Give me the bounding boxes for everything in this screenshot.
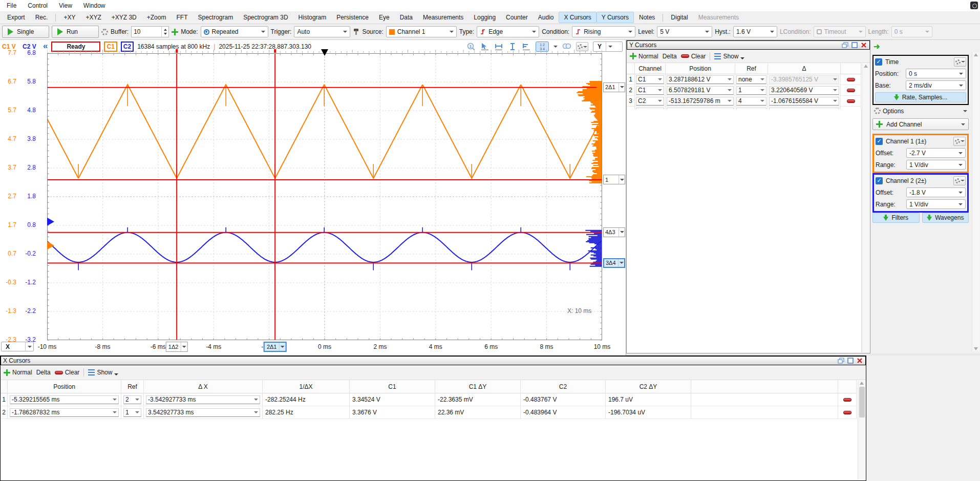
x-axis-select[interactable]: X — [1, 342, 34, 351]
clock-icon[interactable] — [970, 2, 978, 9]
hysteresis-select[interactable]: 1.6 V — [733, 26, 777, 37]
expand-right-icon[interactable]: ➜ — [874, 42, 880, 51]
time-checkbox[interactable]: ✓ — [875, 58, 882, 66]
delta-x-select[interactable]: 3.542927733 ms — [146, 408, 260, 417]
view-spectrogram3d[interactable]: Spectrogram 3D — [238, 12, 293, 23]
scrollbar[interactable] — [858, 381, 865, 480]
view-spectrogram[interactable]: Spectrogram — [193, 12, 238, 23]
view-tab-y-cursors[interactable]: Y Cursors — [596, 12, 634, 23]
run-button[interactable]: Run — [52, 26, 99, 38]
menu-window[interactable]: Window — [78, 2, 111, 10]
position-select[interactable]: -513.167259786 m — [667, 97, 734, 106]
options-row[interactable]: Options — [872, 105, 969, 117]
buffer-gear-icon[interactable] — [101, 29, 108, 35]
channel2-range-select[interactable]: 1 V/div — [906, 199, 966, 209]
condition-select[interactable]: Rising — [572, 26, 635, 37]
show-menu-button[interactable]: Show — [88, 369, 118, 376]
channel2-checkbox[interactable]: ✓ — [876, 177, 883, 184]
scroll-up-icon[interactable] — [974, 53, 978, 56]
maximize-icon[interactable] — [847, 358, 854, 364]
y-cursor-tag[interactable]: 2Δ1 — [603, 82, 625, 92]
view-histogram[interactable]: Histogram — [293, 12, 332, 23]
type-select[interactable]: Edge — [477, 26, 539, 37]
channel2-offset-select[interactable]: -1.8 V — [906, 187, 966, 197]
scrollbar[interactable] — [862, 64, 869, 352]
trigger-tool-icon[interactable] — [353, 28, 359, 35]
scroll-thumb[interactable] — [859, 387, 865, 417]
channel2-settings-button[interactable] — [953, 176, 966, 185]
ref-select[interactable]: none — [736, 75, 766, 84]
clear-cursors-button[interactable]: Clear — [55, 369, 80, 376]
mode-select[interactable]: Repeated — [201, 26, 268, 37]
menu-file[interactable]: File — [1, 2, 22, 10]
position-select[interactable]: -5.329215565 ms — [10, 395, 119, 404]
channel-select[interactable]: C1 — [636, 75, 664, 84]
view-xyz[interactable]: +XYZ — [80, 12, 106, 23]
rate-samples-button[interactable]: Rate, Samples... — [875, 92, 966, 102]
scroll-down-icon[interactable] — [974, 347, 978, 350]
ref-select[interactable]: 2 — [123, 395, 141, 404]
filters-button[interactable]: Filters — [872, 213, 920, 223]
remove-cursor-button[interactable] — [847, 99, 855, 103]
y-cursors-titlebar[interactable]: Y Cursors — [627, 40, 870, 50]
scroll-up-icon[interactable] — [864, 65, 868, 68]
add-channel-button[interactable]: Add Channel — [872, 118, 969, 130]
time-position-select[interactable]: 0 s — [906, 69, 966, 78]
view-rec[interactable]: Rec. — [30, 12, 53, 23]
wavegens-button[interactable]: Wavegens — [922, 213, 969, 223]
position-select[interactable]: 6.507829181 V — [667, 86, 734, 95]
close-icon[interactable] — [856, 358, 863, 364]
menu-view[interactable]: View — [53, 2, 78, 10]
x-cursor-tag[interactable]: 2Δ1 — [264, 342, 287, 352]
ref-select[interactable]: 1 — [123, 408, 141, 417]
restore-icon[interactable] — [838, 358, 845, 364]
time-base-select[interactable]: 2 ms/div — [906, 80, 966, 90]
buffer-value[interactable]: 10 — [132, 27, 161, 37]
scrollbar[interactable] — [972, 52, 979, 351]
view-measurements[interactable]: Measurements — [418, 12, 468, 23]
buffer-spinner[interactable]: 10 — [131, 26, 169, 37]
add-normal-cursor-button[interactable]: Normal — [4, 369, 32, 376]
clear-cursors-button[interactable]: Clear — [681, 53, 706, 60]
add-delta-cursor-button[interactable]: Delta — [663, 53, 677, 60]
waveform-plot[interactable]: X: 10 ms — [47, 49, 602, 341]
close-icon[interactable] — [860, 42, 867, 48]
time-settings-button[interactable] — [954, 57, 966, 67]
view-audio[interactable]: Audio — [533, 12, 559, 23]
remove-cursor-button[interactable] — [847, 89, 855, 92]
level-select[interactable]: 5 V — [657, 26, 712, 37]
y-cursor-tag[interactable]: 1 — [603, 175, 625, 184]
view-notes[interactable]: Notes — [634, 12, 660, 23]
y-cursor-tag[interactable]: 4Δ3 — [603, 227, 625, 237]
view-export[interactable]: Export — [2, 12, 30, 23]
remove-cursor-button[interactable] — [843, 398, 851, 402]
channel-select[interactable]: C1 — [636, 86, 664, 95]
channel1-checkbox[interactable]: ✓ — [876, 138, 883, 145]
show-menu-button[interactable]: Show — [714, 53, 744, 60]
channel1-settings-button[interactable] — [953, 137, 966, 146]
restore-icon[interactable] — [842, 42, 849, 48]
view-zoom[interactable]: +Zoom — [142, 12, 172, 23]
view-logging[interactable]: Logging — [468, 12, 501, 23]
channel-select[interactable]: C2 — [636, 97, 664, 106]
view-xyz3d[interactable]: +XYZ 3D — [106, 12, 142, 23]
delta-x-select[interactable]: -3.542927733 ms — [146, 395, 260, 404]
view-xy[interactable]: +XY — [58, 12, 80, 23]
channel1-offset-select[interactable]: -2.7 V — [906, 148, 966, 158]
y-cursor-tag[interactable]: 3Δ4 — [603, 258, 625, 268]
delta-select[interactable]: 3.220640569 V — [769, 86, 839, 95]
source-select[interactable]: Channel 1 — [386, 26, 457, 37]
chevron-down-icon[interactable] — [553, 46, 558, 48]
position-select[interactable]: -1.786287832 ms — [10, 408, 119, 417]
ref-select[interactable]: 4 — [736, 97, 766, 106]
maximize-icon[interactable] — [851, 42, 858, 48]
trigger-select[interactable]: Auto — [294, 26, 350, 37]
position-select[interactable]: 3.287188612 V — [667, 75, 734, 84]
view-data[interactable]: Data — [395, 12, 418, 23]
view-tab-x-cursors[interactable]: X Cursors — [559, 12, 596, 23]
view-persistence[interactable]: Persistence — [331, 12, 374, 23]
add-icon[interactable] — [172, 29, 178, 35]
delta-select[interactable]: -1.0676156584 V — [769, 97, 839, 106]
ref-select[interactable]: 1 — [736, 86, 766, 95]
view-fft[interactable]: FFT — [171, 12, 193, 23]
